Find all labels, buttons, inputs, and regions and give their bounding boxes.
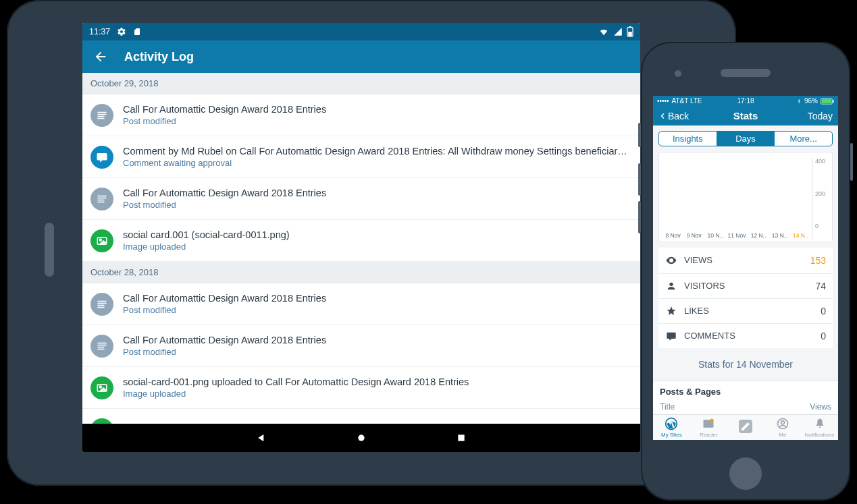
activity-row[interactable]: Call For Automattic Design Award 2018 En…	[82, 283, 640, 325]
metric-row-likes[interactable]: LIKES0	[658, 299, 833, 324]
back-arrow-icon[interactable]	[93, 49, 108, 64]
segment-insights[interactable]: Insights	[659, 132, 717, 146]
svg-point-17	[781, 421, 784, 424]
chart-x-label: 12 N..	[751, 232, 767, 239]
activity-row[interactable]: Call For Automattic Design Award 2018 En…	[82, 178, 640, 220]
chart-y-tick: 400	[815, 158, 825, 165]
tab-bar: My Sites Reader Me Notification	[653, 414, 838, 440]
activity-row[interactable]: social-card.key uploaded to Call For Aut…	[82, 409, 640, 424]
status-time: 17:18	[653, 97, 838, 105]
activity-title: Call For Automattic Design Award 2018 En…	[123, 188, 632, 198]
signal-icon	[613, 27, 623, 36]
posts-pages-columns: Title Views	[653, 399, 838, 414]
activity-row[interactable]: Call For Automattic Design Award 2018 En…	[82, 325, 640, 367]
activity-subtitle: Image uploaded	[123, 389, 632, 399]
ios-status-bar: ••••• AT&T LTE 17:18 96%	[653, 96, 838, 107]
home-button[interactable]	[729, 457, 762, 490]
wifi-icon	[598, 27, 609, 36]
chart-x-label: 14 N..	[793, 232, 808, 239]
app-bar: Activity Log	[82, 40, 640, 73]
battery-icon	[627, 26, 633, 37]
tab-me[interactable]: Me	[764, 415, 801, 440]
tablet-power-button[interactable]	[45, 223, 54, 277]
metric-value: 74	[815, 281, 826, 291]
chart-x-label: 13 N..	[772, 232, 787, 239]
date-section-header: October 29, 2018	[82, 73, 640, 94]
sd-card-icon	[133, 27, 141, 36]
metric-row-views[interactable]: VIEWS153	[658, 248, 833, 274]
chart-bar[interactable]: 14 N..	[792, 229, 809, 239]
date-section-header: October 28, 2018	[82, 262, 640, 283]
activity-title: Comment by Md Rubel on Call For Automatt…	[123, 146, 632, 157]
tab-notifications[interactable]: Notifications	[801, 415, 838, 440]
chart-x-label: 11 Nov	[728, 232, 746, 239]
activity-subtitle: Post modified	[123, 347, 632, 357]
segment-control[interactable]: InsightsDaysMore...	[658, 131, 833, 146]
reader-icon	[702, 417, 715, 430]
activity-subtitle: Comment awaiting approval	[123, 158, 632, 168]
nav-back-icon[interactable]	[255, 432, 267, 444]
back-button[interactable]: Back	[658, 111, 689, 121]
page-title: Activity Log	[124, 50, 194, 64]
activity-row[interactable]: social-card-001.png uploaded to Call For…	[82, 367, 640, 409]
activity-subtitle: Image uploaded	[123, 242, 632, 252]
android-status-bar: 11:37	[82, 23, 640, 40]
phone-power-button[interactable]	[850, 143, 853, 181]
star-icon	[665, 306, 677, 316]
activity-subtitle: Post modified	[123, 200, 632, 210]
chart-bar[interactable]: 12 N..	[750, 229, 767, 239]
metric-row-comments[interactable]: COMMENTS0	[658, 324, 833, 348]
chart-bar[interactable]: 8 Nov	[665, 229, 681, 239]
status-time: 11:37	[89, 27, 110, 36]
phone-volume-up[interactable]	[638, 163, 641, 196]
svg-point-6	[99, 386, 101, 388]
phone-mute-switch[interactable]	[638, 123, 641, 147]
svg-point-7	[358, 435, 364, 441]
tab-my-sites[interactable]: My Sites	[653, 415, 690, 440]
col-title: Title	[660, 402, 675, 412]
nav-home-icon[interactable]	[355, 432, 367, 444]
tab-compose[interactable]	[727, 415, 764, 440]
stats-chart[interactable]: 8 Nov9 Nov10 N..11 Nov12 N..13 N..14 N..…	[658, 152, 833, 242]
tablet-device-frame: 11:37	[7, 0, 736, 486]
activity-log-list[interactable]: October 29, 2018Call For Automattic Desi…	[82, 73, 640, 424]
activity-subtitle: Post modified	[123, 116, 632, 126]
chart-bar[interactable]: 11 Nov	[728, 229, 746, 239]
nav-recent-icon[interactable]	[455, 432, 467, 444]
segment-more[interactable]: More...	[775, 132, 832, 146]
media-icon	[90, 229, 113, 252]
metric-label: COMMENTS	[684, 331, 735, 341]
post-icon	[90, 188, 113, 211]
chart-bar[interactable]: 10 N..	[706, 229, 723, 239]
person-icon	[665, 281, 677, 291]
activity-row[interactable]: social card.001 (social-card-0011.png)Im…	[82, 220, 640, 262]
chart-bar[interactable]: 9 Nov	[685, 229, 702, 239]
bell-icon	[813, 417, 827, 430]
segment-days[interactable]: Days	[717, 132, 775, 146]
wordpress-icon	[665, 417, 678, 430]
activity-title: Call For Automattic Design Award 2018 En…	[123, 293, 632, 304]
today-button[interactable]: Today	[808, 111, 833, 121]
posts-pages-header: Posts & Pages	[653, 381, 838, 399]
chart-bar[interactable]: 13 N..	[771, 229, 788, 239]
compose-icon	[739, 420, 752, 433]
person-icon	[776, 417, 789, 430]
svg-point-12	[669, 282, 673, 285]
col-views: Views	[810, 402, 831, 412]
activity-row[interactable]: Call For Automattic Design Award 2018 En…	[82, 94, 640, 136]
metric-label: VISITORS	[684, 281, 725, 291]
tab-reader[interactable]: Reader	[690, 415, 727, 440]
chart-x-label: 10 N..	[708, 232, 723, 239]
comment-icon	[90, 146, 113, 169]
gear-icon	[117, 27, 126, 36]
post-icon	[90, 104, 113, 127]
phone-sensor	[675, 70, 681, 77]
phone-volume-down[interactable]	[638, 201, 641, 233]
phone-earpiece	[721, 69, 771, 77]
svg-rect-8	[458, 435, 464, 441]
metric-row-visitors[interactable]: VISITORS74	[658, 274, 833, 299]
activity-title: social card.001 (social-card-0011.png)	[123, 229, 632, 240]
activity-title: social-card-001.png uploaded to Call For…	[123, 376, 632, 387]
svg-rect-1	[629, 26, 631, 28]
activity-row[interactable]: Comment by Md Rubel on Call For Automatt…	[82, 136, 640, 178]
